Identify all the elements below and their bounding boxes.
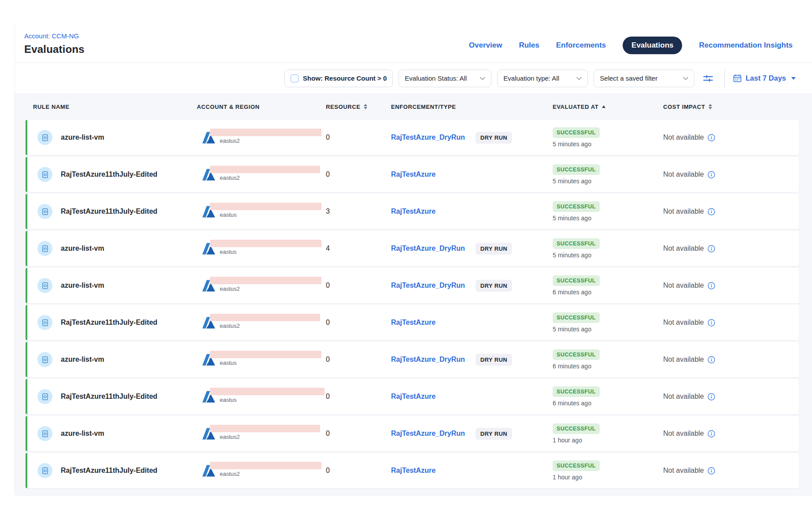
resource-count: 0 bbox=[326, 467, 391, 475]
enforcement-cell: RajTestAzure bbox=[391, 319, 553, 326]
enforcement-link[interactable]: RajTestAzure bbox=[391, 393, 436, 401]
enforcement-link[interactable]: RajTestAzure_DryRun bbox=[391, 134, 465, 141]
redacted-account-name bbox=[210, 314, 320, 321]
enforcement-link[interactable]: RajTestAzure_DryRun bbox=[391, 430, 465, 438]
resource-count: 0 bbox=[326, 430, 391, 438]
cost-impact-value: Not available bbox=[663, 467, 704, 475]
status-badge: SUCCESSFUL bbox=[553, 275, 600, 286]
account-breadcrumb[interactable]: Account: CCM-NG bbox=[24, 32, 79, 40]
region-label: eastus bbox=[220, 211, 321, 218]
info-icon[interactable] bbox=[708, 208, 715, 215]
tab-overview[interactable]: Overview bbox=[469, 41, 502, 50]
table-body: azure-list-vm eastus2 0 RajTestAzure_Dry… bbox=[26, 120, 799, 488]
cost-impact-cell: Not available bbox=[663, 393, 801, 401]
resource-count: 0 bbox=[326, 171, 391, 178]
rule-cell: RajTestAzure11thJuly-Edited bbox=[27, 204, 197, 219]
column-header-cost-impact[interactable]: COST IMPACT bbox=[663, 104, 801, 110]
status-badge: SUCCESSFUL bbox=[553, 164, 600, 175]
column-header-account-region[interactable]: ACCOUNT & REGION bbox=[197, 104, 326, 110]
table-row[interactable]: RajTestAzure11thJuly-Edited eastus2 0 Ra… bbox=[26, 453, 799, 488]
resource-count: 0 bbox=[326, 319, 391, 326]
evaluated-time: 5 minutes ago bbox=[553, 141, 663, 148]
tab-evaluations[interactable]: Evaluations bbox=[623, 37, 682, 54]
enforcement-cell: RajTestAzure_DryRun DRY RUN bbox=[391, 243, 553, 255]
evaluated-at-cell: SUCCESSFUL 5 minutes ago bbox=[553, 201, 663, 222]
enforcement-link[interactable]: RajTestAzure bbox=[391, 171, 436, 178]
resource-count-filter[interactable]: Show: Resource Count > 0 bbox=[284, 70, 393, 87]
info-icon[interactable] bbox=[708, 282, 715, 289]
sort-arrows-icon[interactable] bbox=[709, 104, 712, 109]
evaluation-type-select[interactable]: Evaluation type: All bbox=[497, 70, 588, 87]
info-icon[interactable] bbox=[708, 319, 715, 326]
table-row[interactable]: azure-list-vm eastus2 0 RajTestAzure_Dry… bbox=[26, 268, 799, 303]
sort-arrows-icon[interactable] bbox=[364, 104, 367, 109]
dry-run-badge: DRY RUN bbox=[476, 280, 512, 292]
resource-count-checkbox[interactable] bbox=[291, 74, 299, 82]
enforcement-cell: RajTestAzure bbox=[391, 171, 553, 178]
table-row[interactable]: RajTestAzure11thJuly-Edited eastus2 0 Ra… bbox=[26, 157, 799, 192]
cost-impact-value: Not available bbox=[663, 245, 704, 252]
account-info: eastus2 bbox=[210, 166, 320, 181]
tab-enforcements[interactable]: Enforcements bbox=[556, 41, 606, 50]
cost-impact-cell: Not available bbox=[663, 467, 801, 475]
tab-recommendation-insights[interactable]: Recommendation Insights bbox=[699, 41, 793, 50]
info-icon[interactable] bbox=[708, 467, 715, 475]
filter-settings-button[interactable] bbox=[700, 70, 716, 86]
enforcement-link[interactable]: RajTestAzure_DryRun bbox=[391, 356, 465, 364]
top-navigation: Overview Rules Enforcements Evaluations … bbox=[469, 37, 793, 54]
enforcement-link[interactable]: RajTestAzure bbox=[391, 208, 436, 215]
table-row[interactable]: RajTestAzure11thJuly-Edited eastus 3 Raj… bbox=[26, 194, 799, 229]
evaluation-status-select[interactable]: Evaluation Status: All bbox=[399, 70, 491, 87]
enforcement-link[interactable]: RajTestAzure bbox=[391, 467, 436, 475]
resource-count: 0 bbox=[326, 356, 391, 364]
column-header-evaluated-at[interactable]: EVALUATED AT bbox=[553, 104, 663, 110]
enforcement-link[interactable]: RajTestAzure_DryRun bbox=[391, 282, 465, 289]
saved-filter-select[interactable]: Select a saved filter bbox=[594, 70, 694, 87]
rule-name: azure-list-vm bbox=[61, 134, 104, 141]
column-header-rule-name[interactable]: RULE NAME bbox=[27, 104, 197, 110]
account-region-cell: eastus2 bbox=[197, 279, 326, 292]
info-icon[interactable] bbox=[708, 245, 715, 252]
cost-impact-value: Not available bbox=[663, 393, 704, 401]
evaluations-table: RULE NAME ACCOUNT & REGION RESOURCE ENFO… bbox=[15, 93, 812, 496]
table-row[interactable]: azure-list-vm eastus2 0 RajTestAzure_Dry… bbox=[26, 120, 799, 155]
enforcement-link[interactable]: RajTestAzure_DryRun bbox=[391, 245, 465, 252]
account-info: eastus2 bbox=[210, 462, 321, 477]
rule-name: RajTestAzure11thJuly-Edited bbox=[61, 393, 157, 401]
dry-run-badge: DRY RUN bbox=[476, 354, 512, 366]
table-row[interactable]: azure-list-vm eastus 4 RajTestAzure_DryR… bbox=[26, 231, 799, 266]
tab-rules[interactable]: Rules bbox=[519, 41, 539, 50]
status-badge: SUCCESSFUL bbox=[553, 349, 600, 360]
account-info: eastus2 bbox=[210, 425, 320, 440]
resource-count: 0 bbox=[326, 134, 391, 141]
cost-impact-value: Not available bbox=[663, 430, 704, 438]
dry-run-badge: DRY RUN bbox=[476, 243, 512, 255]
evaluated-at-cell: SUCCESSFUL 6 minutes ago bbox=[553, 349, 663, 370]
redacted-account-name bbox=[210, 462, 321, 469]
column-header-resource[interactable]: RESOURCE bbox=[326, 104, 391, 110]
table-row[interactable]: RajTestAzure11thJuly-Edited eastus 0 Raj… bbox=[26, 379, 799, 414]
info-icon[interactable] bbox=[708, 356, 715, 364]
info-icon[interactable] bbox=[708, 430, 715, 438]
region-label: eastus2 bbox=[220, 137, 321, 144]
rule-name: azure-list-vm bbox=[61, 282, 104, 289]
account-region-cell: eastus2 bbox=[197, 131, 326, 144]
table-row[interactable]: azure-list-vm eastus2 0 RajTestAzure_Dry… bbox=[26, 416, 799, 451]
info-icon[interactable] bbox=[708, 134, 715, 141]
chevron-down-icon bbox=[480, 77, 485, 80]
sort-ascending-icon[interactable] bbox=[602, 105, 605, 108]
column-header-enforcement-type[interactable]: ENFORCEMENT/TYPE bbox=[391, 104, 553, 110]
account-region-cell: eastus2 bbox=[197, 427, 326, 440]
status-badge: SUCCESSFUL bbox=[553, 386, 600, 397]
region-label: eastus bbox=[220, 249, 321, 255]
enforcement-link[interactable]: RajTestAzure bbox=[391, 319, 436, 326]
info-icon[interactable] bbox=[708, 171, 715, 178]
redacted-account-name bbox=[210, 277, 321, 284]
redacted-account-name bbox=[210, 203, 321, 210]
info-icon[interactable] bbox=[708, 393, 715, 401]
rule-code-icon bbox=[37, 278, 52, 293]
table-row[interactable]: azure-list-vm eastus 0 RajTestAzure_DryR… bbox=[26, 342, 799, 377]
date-range-picker[interactable]: Last 7 Days bbox=[733, 74, 796, 82]
table-row[interactable]: RajTestAzure11thJuly-Edited eastus2 0 Ra… bbox=[26, 305, 799, 340]
status-badge: SUCCESSFUL bbox=[553, 127, 600, 138]
